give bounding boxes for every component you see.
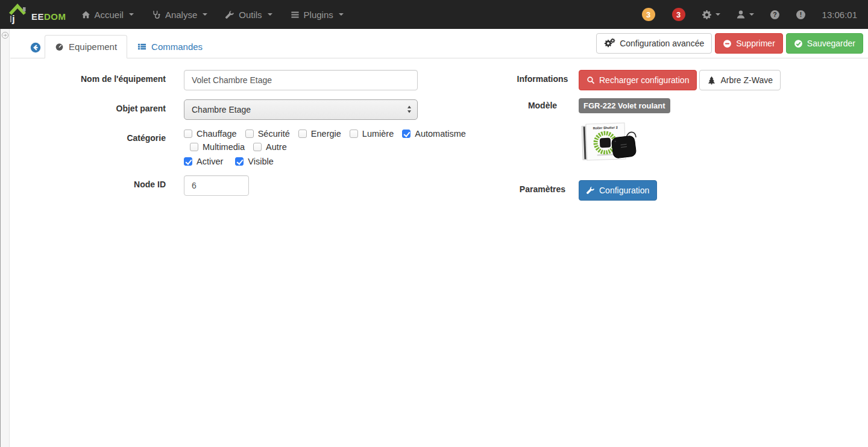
home-icon xyxy=(81,10,90,19)
warning-count-badge[interactable]: 3 xyxy=(642,8,655,21)
menu-plugins[interactable]: Plugins xyxy=(281,0,353,29)
category-option-chauffage[interactable]: Chauffage xyxy=(184,129,237,139)
visible-checkbox[interactable] xyxy=(235,157,244,166)
category-option-energie[interactable]: Energie xyxy=(298,129,341,139)
wrench-icon xyxy=(225,10,234,19)
save-button[interactable]: Sauvegarder xyxy=(786,33,863,54)
navbar-right: 3 3 13:06:01 xyxy=(634,8,862,21)
svg-text:j: j xyxy=(11,13,15,25)
gears-icon xyxy=(702,10,712,20)
search-icon xyxy=(587,76,595,84)
tab-bar: Equipement Commandes Configuration avanc… xyxy=(10,29,868,58)
dashboard-icon xyxy=(55,42,64,51)
lumiere-checkbox[interactable] xyxy=(350,130,358,138)
tab-equipement[interactable]: Equipement xyxy=(45,35,127,58)
informations-label: Informations xyxy=(506,70,579,90)
list-icon xyxy=(291,10,300,19)
category-option-multimedia[interactable]: Multimedia xyxy=(190,142,245,152)
parent-object-select[interactable]: Chambre Etage xyxy=(184,99,418,120)
gears-icon xyxy=(604,39,615,48)
chevron-down-icon xyxy=(715,13,720,16)
chevron-down-icon xyxy=(203,13,207,16)
model-badge: FGR-222 Volet roulant xyxy=(579,98,670,113)
settings-menu[interactable] xyxy=(694,10,728,20)
category-option-autre[interactable]: Autre xyxy=(253,142,287,152)
menu-accueil[interactable]: Accueil xyxy=(72,0,143,29)
modele-label: Modèle xyxy=(506,98,579,113)
node-id-label: Node ID xyxy=(10,175,166,196)
chevron-down-icon xyxy=(268,13,272,16)
select-arrows-icon xyxy=(407,105,412,114)
chauffage-checkbox[interactable] xyxy=(184,130,192,138)
reload-configuration-button[interactable]: Recharger configuration xyxy=(579,70,697,90)
visible-option[interactable]: Visible xyxy=(235,157,273,166)
top-navbar: j EEDOM Accueil Analyse Outils Plugins 3… xyxy=(0,0,868,29)
equipment-name-input[interactable] xyxy=(184,70,418,90)
user-menu[interactable] xyxy=(728,10,762,19)
category-label: Catégorie xyxy=(10,129,166,152)
advanced-config-button[interactable]: Configuration avancée xyxy=(596,33,712,54)
multimedia-checkbox[interactable] xyxy=(190,143,198,151)
parametres-label: Paramètres xyxy=(506,180,579,201)
brand-text: EEDOM xyxy=(31,11,66,25)
question-circle-icon xyxy=(770,10,780,20)
product-image: Roller Shutter 2 xyxy=(579,117,639,168)
name-label: Nom de l'équipement xyxy=(10,70,166,90)
automatisme-checkbox[interactable] xyxy=(402,130,410,138)
tab-commandes[interactable]: Commandes xyxy=(127,35,213,58)
node-id-input[interactable] xyxy=(184,175,249,196)
jeedom-logo[interactable]: j EEDOM xyxy=(7,4,66,25)
stethoscope-icon xyxy=(152,10,161,19)
chevron-down-icon xyxy=(129,13,134,16)
equipment-info-panel: Informations Recharger configuration Arb… xyxy=(439,70,868,208)
table-list-icon xyxy=(137,42,146,51)
chevron-down-icon xyxy=(749,13,754,16)
info-button[interactable] xyxy=(788,10,814,20)
menu-outils[interactable]: Outils xyxy=(216,0,281,29)
exclamation-circle-icon xyxy=(796,10,806,20)
parent-object-label: Objet parent xyxy=(10,99,166,120)
minus-circle-icon xyxy=(723,39,732,48)
activer-checkbox[interactable] xyxy=(184,157,192,166)
activer-option[interactable]: Activer xyxy=(184,157,223,166)
clock: 13:06:01 xyxy=(814,10,862,20)
zwave-tree-button[interactable]: Arbre Z-Wave xyxy=(699,70,781,90)
wrench-icon xyxy=(587,186,595,195)
configuration-button[interactable]: Configuration xyxy=(579,180,657,201)
user-icon xyxy=(736,10,746,19)
equipment-form: Nom de l'équipement Objet parent Chambre… xyxy=(10,70,439,208)
help-button[interactable] xyxy=(762,10,788,20)
expand-sidebar-icon[interactable] xyxy=(1,31,9,39)
tree-icon xyxy=(707,76,716,85)
autre-checkbox[interactable] xyxy=(253,143,262,151)
sidebar-collapse-strip[interactable] xyxy=(0,29,10,447)
check-circle-icon xyxy=(794,39,803,48)
category-option-lumiere[interactable]: Lumière xyxy=(350,129,394,139)
securite-checkbox[interactable] xyxy=(245,130,254,138)
arrow-circle-left-icon xyxy=(30,42,41,53)
error-count-badge[interactable]: 3 xyxy=(672,8,685,21)
category-option-securite[interactable]: Sécurité xyxy=(245,129,290,139)
back-button[interactable] xyxy=(30,42,41,53)
chevron-down-icon xyxy=(339,13,344,16)
toolbar-actions: Configuration avancée Supprimer Sauvegar… xyxy=(596,33,863,54)
menu-analyse[interactable]: Analyse xyxy=(143,0,216,29)
energie-checkbox[interactable] xyxy=(298,130,307,138)
delete-button[interactable]: Supprimer xyxy=(715,33,783,54)
